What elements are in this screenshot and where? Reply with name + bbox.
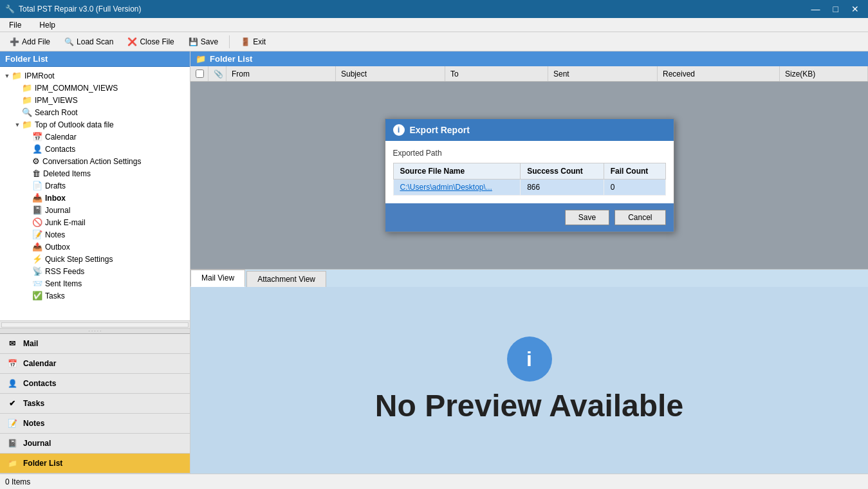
tree-item[interactable]: 📓Journal — [0, 204, 190, 216]
modal-save-button[interactable]: Save — [565, 210, 609, 225]
tree-item-label: Contacts — [45, 145, 75, 154]
tree-item[interactable]: 📁IPM_COMMON_VIEWS — [0, 82, 190, 94]
tree-item[interactable]: ⚙Conversation Action Settings — [0, 155, 190, 167]
tree-item[interactable]: ⚡Quick Step Settings — [0, 253, 190, 265]
tree-item-icon: ✅ — [32, 291, 42, 300]
select-all-checkbox[interactable] — [196, 69, 204, 78]
tree-item-label: IPM_VIEWS — [35, 96, 78, 105]
modal-footer: Save Cancel — [385, 203, 674, 232]
right-panel: 📁 Folder List 📎 From Subject To Sent Rec… — [190, 51, 868, 474]
add-file-button[interactable]: ➕ Add File — [4, 35, 56, 49]
nav-icon: ✔ — [6, 398, 18, 409]
modal-cancel-button[interactable]: Cancel — [614, 210, 665, 225]
col-check[interactable] — [190, 66, 208, 81]
tree-item-icon: 📁 — [22, 83, 32, 93]
close-file-button[interactable]: ❌ Close File — [122, 35, 180, 49]
scroll-track[interactable] — [1, 322, 189, 328]
horizontal-scroll[interactable] — [0, 320, 190, 328]
toolbar: ➕ Add File 🔍 Load Scan ❌ Close File 💾 Sa… — [0, 32, 868, 51]
col-size[interactable]: Size(KB) — [780, 66, 868, 81]
tree-item[interactable]: 📨Sent Items — [0, 277, 190, 290]
preview-area: i No Preview Available — [190, 287, 868, 474]
tab-mail-view[interactable]: Mail View — [190, 270, 245, 287]
tree-item[interactable]: 🔍Search Root — [0, 106, 190, 118]
add-file-icon: ➕ — [10, 37, 19, 46]
tree-item[interactable]: 📥Inbox — [0, 192, 190, 204]
nav-item-mail[interactable]: ✉Mail — [0, 334, 190, 354]
table-header: 📎 From Subject To Sent Received Size(KB) — [190, 66, 868, 82]
main-layout: Folder List ▼📁IPMRoot📁IPM_COMMON_VIEWS📁I… — [0, 51, 868, 474]
tree-item-label: Search Root — [35, 108, 78, 117]
col-sent[interactable]: Sent — [548, 66, 658, 81]
nav-item-label: Calendar — [23, 359, 56, 368]
tree-item[interactable]: 📡RSS Feeds — [0, 265, 190, 277]
save-button[interactable]: 💾 Save — [183, 35, 224, 49]
tree-container[interactable]: ▼📁IPMRoot📁IPM_COMMON_VIEWS📁IPM_VIEWS🔍Sea… — [0, 67, 190, 320]
tree-item-label: Inbox — [45, 194, 66, 203]
tree-item[interactable]: 📅Calendar — [0, 131, 190, 143]
title-bar-left: 🔧 Total PST Repair v3.0 (Full Version) — [5, 5, 142, 14]
tree-item[interactable]: 👤Contacts — [0, 143, 190, 155]
tab-attachment-view[interactable]: Attachment View — [246, 271, 326, 287]
nav-item-notes[interactable]: 📝Notes — [0, 414, 190, 434]
col-received[interactable]: Received — [658, 66, 780, 81]
nav-icon: ✉ — [6, 338, 18, 349]
tree-item-icon: 📤 — [32, 242, 42, 252]
nav-icon: 📓 — [6, 438, 18, 449]
no-preview-text: No Preview Available — [375, 388, 683, 423]
nav-item-label: Mail — [23, 339, 38, 348]
tree-item-icon: 🗑 — [32, 169, 41, 178]
tree-item-label: Journal — [45, 206, 70, 215]
col-to[interactable]: To — [445, 66, 548, 81]
minimize-button[interactable]: — — [808, 3, 824, 15]
nav-item-contacts[interactable]: 👤Contacts — [0, 374, 190, 394]
tree-item[interactable]: 📄Drafts — [0, 180, 190, 192]
tree-item[interactable]: 🗑Deleted Items — [0, 167, 190, 180]
tree-item[interactable]: 📝Notes — [0, 228, 190, 241]
tree-item-label: Conversation Action Settings — [42, 157, 141, 166]
no-preview-icon: i — [507, 337, 552, 382]
load-scan-button[interactable]: 🔍 Load Scan — [59, 35, 119, 49]
tree-item[interactable]: 🚫Junk E-mail — [0, 216, 190, 228]
col-from[interactable]: From — [226, 66, 336, 81]
tree-item[interactable]: 📁IPM_VIEWS — [0, 94, 190, 106]
app-title: Total PST Repair v3.0 (Full Version) — [19, 5, 142, 14]
modal-body: Exported Path Source File Name Success C… — [385, 141, 674, 203]
file-link[interactable]: C:\Users\admin\Desktop\... — [400, 183, 492, 192]
title-bar-controls[interactable]: — □ ✕ — [808, 3, 863, 15]
nav-item-label: Contacts — [23, 379, 56, 388]
menu-help[interactable]: Help — [35, 19, 59, 31]
col-attach[interactable]: 📎 — [208, 66, 226, 81]
success-count: 866 — [521, 179, 604, 195]
nav-item-tasks[interactable]: ✔Tasks — [0, 394, 190, 414]
nav-item-folder-list[interactable]: 📁Folder List — [0, 454, 190, 474]
tree-item-label: IPMRoot — [24, 71, 55, 80]
tree-item-icon: 📝 — [32, 230, 42, 239]
toolbar-separator — [229, 35, 230, 48]
col-fail-count: Fail Count — [604, 163, 665, 179]
exit-button[interactable]: 🚪 Exit — [235, 35, 272, 49]
menu-file[interactable]: File — [5, 19, 25, 31]
tree-item-icon: 📨 — [32, 279, 42, 288]
tree-item[interactable]: ✅Tasks — [0, 290, 190, 302]
maximize-button[interactable]: □ — [829, 3, 842, 15]
close-button[interactable]: ✕ — [847, 3, 863, 15]
col-subject[interactable]: Subject — [336, 66, 445, 81]
tree-item-icon: 🚫 — [32, 217, 42, 227]
tree-item[interactable]: ▼📁Top of Outlook data file — [0, 118, 190, 131]
tree-item[interactable]: ▼📁IPMRoot — [0, 69, 190, 82]
tree-item-label: Top of Outlook data file — [35, 120, 114, 129]
table-row: C:\Users\admin\Desktop\... 866 0 — [393, 179, 665, 195]
tree-item-icon: 📄 — [32, 181, 42, 190]
tree-item[interactable]: 📤Outbox — [0, 241, 190, 253]
tree-item-icon: 📁 — [22, 120, 32, 129]
nav-item-label: Journal — [23, 439, 51, 448]
fail-count: 0 — [604, 179, 665, 195]
nav-item-label: Notes — [23, 419, 44, 428]
nav-item-calendar[interactable]: 📅Calendar — [0, 354, 190, 374]
modal-title-bar: i Export Report — [385, 119, 674, 141]
tree-item-icon: 📁 — [22, 95, 32, 105]
nav-item-journal[interactable]: 📓Journal — [0, 434, 190, 454]
tree-item-icon: 🔍 — [22, 107, 32, 117]
modal-overlay: i Export Report Exported Path Source Fil… — [190, 82, 868, 269]
